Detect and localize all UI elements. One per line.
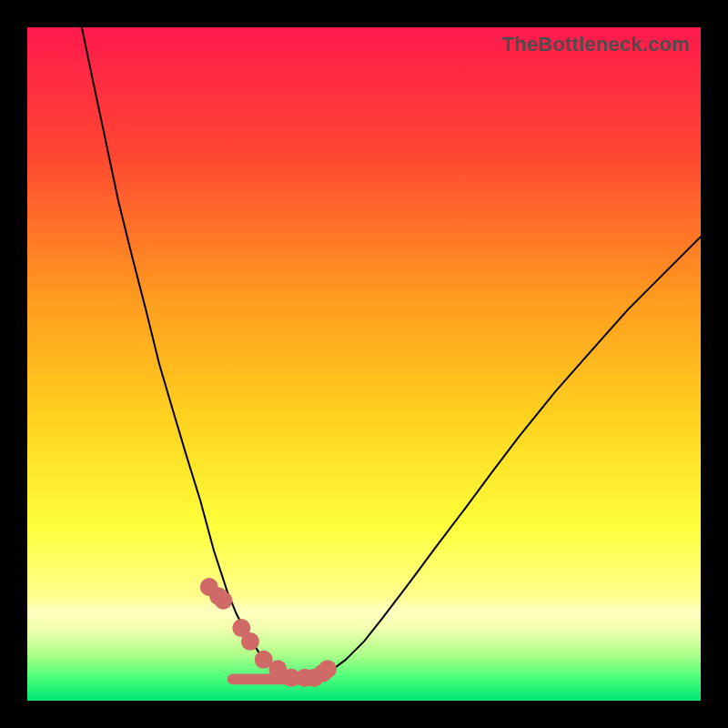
chart-svg xyxy=(27,27,701,701)
v-curve xyxy=(82,27,701,678)
marker-dot xyxy=(318,660,337,678)
plot-area: TheBottleneck.com xyxy=(27,27,701,701)
marker-dot xyxy=(214,592,232,610)
outer-frame: TheBottleneck.com xyxy=(0,0,728,728)
watermark-text: TheBottleneck.com xyxy=(502,33,690,56)
marker-dot xyxy=(241,632,259,651)
